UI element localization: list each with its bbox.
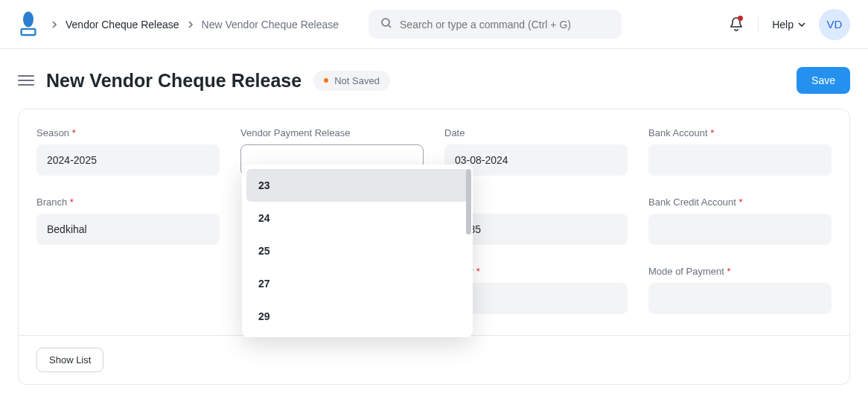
dropdown-scrollbar[interactable] <box>466 169 471 234</box>
dropdown-option[interactable]: 25 <box>246 234 468 267</box>
input-branch[interactable] <box>36 214 220 245</box>
status-text: Not Saved <box>334 75 380 86</box>
breadcrumb-current: New Vendor Cheque Release <box>202 19 339 31</box>
search-icon <box>380 17 392 31</box>
svg-point-3 <box>382 19 389 26</box>
show-list-button[interactable]: Show List <box>36 348 103 372</box>
dropdown-option[interactable]: 23 <box>246 169 468 202</box>
chevron-down-icon <box>798 22 805 27</box>
field-bank-credit-account: Bank Credit Account * <box>648 197 832 245</box>
page-title: New Vendor Cheque Release <box>46 70 301 92</box>
topbar-actions: Help VD <box>728 9 850 40</box>
app-logo[interactable] <box>18 10 39 39</box>
label-season: Season * <box>36 127 220 138</box>
form-card: Season * Vendor Payment Release Date Ban… <box>18 109 850 385</box>
chevron-right-icon <box>187 21 194 28</box>
help-label: Help <box>772 19 794 31</box>
breadcrumb-parent[interactable]: Vendor Cheque Release <box>66 19 179 31</box>
input-season[interactable] <box>36 144 220 176</box>
page-header: New Vendor Cheque Release Not Saved Save <box>18 67 850 94</box>
dropdown-option[interactable]: 29 <box>246 300 468 333</box>
label-vendor-payment-release: Vendor Payment Release <box>240 127 424 138</box>
dropdown-option[interactable]: 27 <box>246 267 468 300</box>
vendor-payment-release-dropdown[interactable]: 23 24 25 27 29 <box>242 165 473 337</box>
search-bar[interactable] <box>368 10 622 39</box>
field-branch: Branch * <box>36 197 220 245</box>
label-branch: Branch * <box>36 197 220 208</box>
input-bank-credit-account[interactable] <box>648 214 832 245</box>
input-bank-account[interactable] <box>648 144 832 176</box>
field-mode-of-payment: Mode of Payment * <box>648 266 832 314</box>
svg-rect-2 <box>22 30 34 34</box>
label-date: Date <box>444 127 628 138</box>
save-button[interactable]: Save <box>797 67 850 94</box>
help-menu[interactable]: Help <box>772 19 805 31</box>
breadcrumb: Vendor Cheque Release New Vendor Cheque … <box>51 19 339 31</box>
input-mode-of-payment[interactable] <box>648 283 832 314</box>
status-dot-icon <box>324 78 328 83</box>
divider <box>758 16 759 33</box>
label-bank-account: Bank Account * <box>648 127 832 138</box>
sidebar-toggle[interactable] <box>18 72 34 89</box>
page-body: New Vendor Cheque Release Not Saved Save… <box>0 49 868 396</box>
label-mode-of-payment: Mode of Payment * <box>648 266 832 277</box>
chevron-right-icon <box>51 21 58 28</box>
field-bank-account: Bank Account * <box>648 127 832 176</box>
avatar[interactable]: VD <box>819 9 850 40</box>
notification-dot <box>738 16 743 21</box>
svg-point-0 <box>23 11 33 27</box>
dropdown-option[interactable]: 24 <box>246 202 468 234</box>
card-footer: Show List <box>19 335 849 384</box>
status-badge: Not Saved <box>313 71 390 91</box>
top-bar: Vendor Cheque Release New Vendor Cheque … <box>0 0 868 49</box>
label-bank-credit-account: Bank Credit Account * <box>648 197 832 208</box>
field-season: Season * <box>36 127 220 176</box>
search-input[interactable] <box>400 19 610 31</box>
notifications-button[interactable] <box>728 16 744 33</box>
